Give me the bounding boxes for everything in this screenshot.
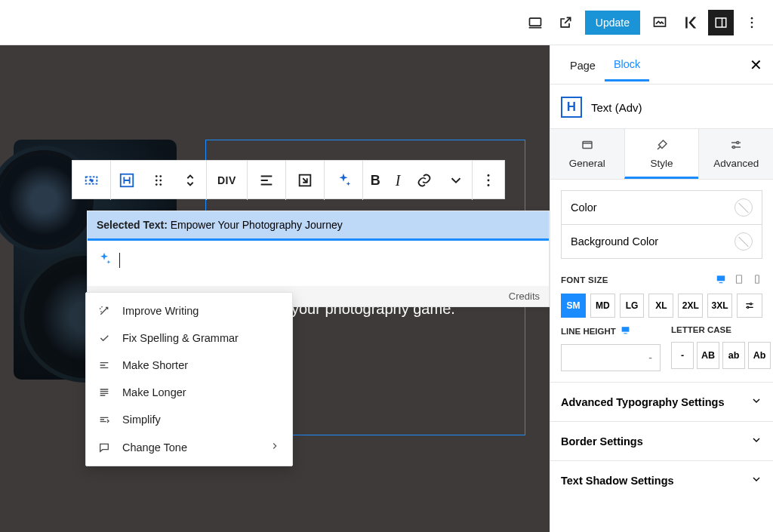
close-sidebar-icon[interactable]: ✕	[739, 56, 773, 74]
chevron-down-icon	[750, 473, 762, 487]
html-tag-selector[interactable]: DIV	[207, 161, 248, 200]
shorter-icon	[98, 359, 112, 371]
chat-icon	[98, 441, 112, 454]
block-title: Text (Adv)	[591, 101, 642, 114]
svg-rect-22	[717, 275, 725, 281]
external-link-icon[interactable]	[550, 8, 581, 38]
color-swatch-empty[interactable]	[735, 198, 753, 217]
drag-handle-icon[interactable]	[143, 161, 174, 200]
svg-rect-2	[716, 18, 726, 27]
subtab-advanced[interactable]: Advanced	[698, 129, 773, 179]
move-up-down-icon[interactable]	[174, 161, 207, 200]
section-text-shadow[interactable]: Text Shadow Settings	[550, 460, 773, 500]
tablet-icon[interactable]	[734, 274, 744, 286]
ai-improve-writing[interactable]: Improve Writing	[86, 297, 292, 324]
tab-block[interactable]: Block	[605, 48, 649, 81]
editor-canvas: your photography game. DIV B I	[0, 45, 550, 532]
svg-point-21	[733, 146, 735, 149]
sparkle-icon	[97, 251, 112, 269]
case-cap[interactable]: Ab	[748, 342, 771, 369]
block-subtabs: General Style Advanced	[550, 128, 773, 180]
setting-label: Background Color	[571, 235, 658, 248]
svg-point-5	[751, 26, 753, 28]
subtab-label: Style	[651, 158, 673, 169]
bg-color-setting[interactable]: Background Color	[561, 225, 762, 259]
update-button[interactable]: Update	[585, 11, 640, 35]
size-3xl[interactable]: 3XL	[707, 294, 732, 318]
svg-point-14	[159, 183, 162, 186]
tab-page[interactable]: Page	[561, 49, 605, 81]
edit-image-icon[interactable]	[645, 8, 675, 38]
svg-rect-24	[756, 275, 759, 284]
kadence-icon[interactable]	[675, 8, 705, 38]
line-height-input[interactable]	[561, 344, 661, 371]
svg-point-17	[487, 180, 489, 182]
svg-point-10	[159, 175, 162, 177]
block-select-icon[interactable]	[72, 161, 111, 200]
letter-case-row: - AB ab Ab	[671, 342, 771, 369]
size-xl[interactable]: XL	[648, 294, 673, 318]
subtab-style[interactable]: Style	[624, 129, 699, 179]
size-custom-icon[interactable]	[737, 294, 762, 318]
italic-button[interactable]: I	[388, 161, 408, 200]
top-bar: Update	[0, 0, 773, 45]
style-icon	[625, 138, 699, 154]
size-lg[interactable]: LG	[620, 294, 645, 318]
case-upper[interactable]: AB	[697, 342, 719, 369]
setting-label: Color	[571, 201, 597, 214]
color-setting[interactable]: Color	[561, 190, 762, 225]
svg-rect-0	[529, 18, 540, 26]
section-advanced-typography[interactable]: Advanced Typography Settings	[550, 382, 773, 421]
ai-prompt-input[interactable]	[88, 241, 549, 286]
ai-sparkle-icon[interactable]	[325, 161, 363, 200]
size-md[interactable]: MD	[590, 294, 615, 318]
menu-item-label: Make Longer	[122, 386, 186, 398]
desktop-icon[interactable]	[621, 325, 630, 337]
subtab-label: General	[569, 158, 605, 169]
ai-fix-spelling[interactable]: Fix Spelling & Grammar	[86, 324, 292, 352]
device-preview-icon[interactable]	[520, 8, 550, 38]
desktop-icon[interactable]	[716, 274, 726, 286]
text-cursor	[119, 253, 120, 268]
style-panel-body: Color Background Color FONT SIZE SM MD L…	[550, 180, 773, 382]
more-menu-icon[interactable]	[737, 8, 767, 38]
ai-make-longer[interactable]: Make Longer	[86, 379, 292, 406]
size-sm[interactable]: SM	[561, 294, 586, 318]
line-height-label: LINE HEIGHT	[561, 325, 661, 337]
more-formatting-icon[interactable]	[440, 161, 473, 200]
width-icon[interactable]	[286, 161, 325, 200]
ai-change-tone[interactable]: Change Tone	[86, 433, 292, 461]
size-2xl[interactable]: 2XL	[678, 294, 703, 318]
sidebar-tabs: Page Block ✕	[550, 45, 773, 85]
case-lower[interactable]: ab	[722, 342, 745, 369]
section-label: Border Settings	[561, 435, 643, 447]
subtab-general[interactable]: General	[550, 129, 624, 179]
svg-rect-23	[737, 275, 742, 284]
align-icon[interactable]	[248, 161, 286, 200]
settings-panel-toggle[interactable]	[708, 10, 734, 35]
block-toolbar: DIV B I	[72, 160, 505, 199]
general-icon	[550, 138, 624, 154]
color-swatch-empty[interactable]	[735, 232, 753, 251]
menu-item-label: Change Tone	[122, 441, 187, 454]
advanced-icon	[699, 138, 773, 154]
ai-simplify[interactable]: Simplify	[86, 406, 292, 433]
svg-point-18	[487, 184, 489, 186]
mobile-icon[interactable]	[752, 274, 762, 286]
block-type-heading-icon[interactable]	[111, 161, 143, 200]
block-options-icon[interactable]	[473, 161, 504, 200]
bold-button[interactable]: B	[363, 161, 388, 200]
svg-point-11	[156, 180, 158, 182]
longer-icon	[98, 386, 112, 398]
case-none[interactable]: -	[671, 342, 694, 369]
svg-point-3	[751, 17, 753, 19]
ai-selected-value: Empower Your Photography Journey	[171, 219, 343, 231]
section-border[interactable]: Border Settings	[550, 421, 773, 460]
simplify-icon	[98, 414, 112, 426]
ai-make-shorter[interactable]: Make Shorter	[86, 352, 292, 379]
menu-item-label: Improve Writing	[122, 305, 199, 317]
block-header: H Text (Adv)	[550, 85, 773, 128]
link-button[interactable]	[408, 161, 440, 200]
svg-rect-27	[621, 327, 629, 332]
letter-case-label: LETTER CASE	[671, 325, 771, 334]
